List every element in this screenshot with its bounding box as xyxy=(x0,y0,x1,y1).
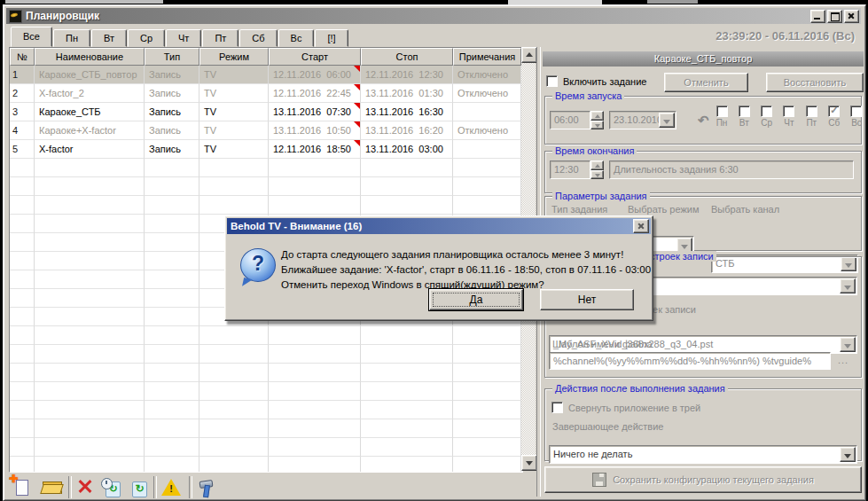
empty-table-row xyxy=(10,438,522,457)
weekday-checkbox-Вт[interactable] xyxy=(739,106,750,117)
yes-button[interactable]: Да xyxy=(429,289,523,310)
empty-cell xyxy=(269,457,361,473)
empty-table-row xyxy=(10,159,522,177)
save-config-button[interactable]: Сохранить конфигурацию текущего задания xyxy=(544,466,862,493)
cell-type: Запись xyxy=(145,103,199,121)
start-time-spin-icons[interactable] xyxy=(590,111,604,129)
table-row[interactable]: 2X-factor_2ЗаписьTV12.11.2016 22:4513.11… xyxy=(10,84,522,103)
tray-checkbox[interactable] xyxy=(551,402,563,413)
weekday-checkbox-Чт[interactable] xyxy=(783,106,794,117)
window-titlebar[interactable]: Планировщик xyxy=(6,8,861,24)
scroll-down-icon[interactable] xyxy=(521,455,537,471)
column-header[interactable]: Старт xyxy=(269,48,361,66)
empty-cell xyxy=(361,196,453,215)
toolbar-separator xyxy=(153,476,157,498)
empty-cell xyxy=(10,364,35,382)
column-header[interactable]: Стоп xyxy=(361,48,453,66)
empty-cell xyxy=(199,345,269,364)
warnings-icon[interactable]: ! xyxy=(161,478,181,497)
empty-cell xyxy=(199,196,269,215)
filename-template-field[interactable]: %channel%(%yy%%mm%%dd%-%hh%%nn%) %tvguid… xyxy=(549,352,831,370)
toolbar-separator xyxy=(189,476,192,498)
empty-cell xyxy=(35,177,145,196)
no-button[interactable]: Нет xyxy=(540,289,634,310)
undo-icon[interactable]: ↶ xyxy=(698,113,709,129)
start-time-value[interactable]: 06:00 xyxy=(550,111,590,129)
end-time-value[interactable]: 12:30 xyxy=(550,160,590,179)
enable-task-checkbox[interactable] xyxy=(546,75,558,87)
empty-cell xyxy=(453,419,521,438)
chevron-down-icon[interactable] xyxy=(659,113,675,128)
start-time-spinner[interactable]: 06:00 xyxy=(550,111,604,129)
save-config-label: Сохранить конфигурацию текущего задания xyxy=(613,474,814,485)
table-row[interactable]: 3Караоке_СТБЗаписьTV13.11.2016 07:3013.1… xyxy=(10,103,522,121)
tab-Вт[interactable]: Вт xyxy=(91,29,127,47)
cell-start: 12.11.2016 22:45 xyxy=(269,84,361,103)
empty-cell xyxy=(453,196,521,215)
table-row[interactable]: 4Караоке+X-factorЗаписьTV13.11.2016 10:5… xyxy=(10,121,522,140)
toolbar-separator xyxy=(68,476,72,498)
weekday-checkbox-Вс[interactable] xyxy=(850,106,862,117)
cell-stop: 12.11.2016 12:30 xyxy=(361,66,453,84)
maximize-button[interactable] xyxy=(827,10,842,23)
empty-cell xyxy=(10,326,35,345)
weekday-checkbox-Сб[interactable]: ✓ xyxy=(828,106,840,117)
delete-icon[interactable] xyxy=(76,478,94,497)
cell-name: Караоке_СТБ_повтор xyxy=(35,66,145,84)
cancel-button[interactable]: Отменить xyxy=(664,73,748,92)
tab-Вс[interactable]: Вс xyxy=(278,29,315,47)
empty-cell xyxy=(35,308,145,326)
minimize-button[interactable] xyxy=(810,10,825,23)
browse-button[interactable]: ... xyxy=(838,355,848,365)
column-header[interactable]: Тип xyxy=(145,48,199,66)
column-header[interactable]: Режим xyxy=(199,48,269,66)
table-row[interactable]: 1Караоке_СТБ_повторЗаписьTV12.11.2016 06… xyxy=(10,66,522,84)
tab-Пн[interactable]: Пн xyxy=(53,29,90,47)
weekday-checkbox-Пн[interactable] xyxy=(716,106,728,117)
restore-button[interactable]: Восстановить xyxy=(766,73,864,92)
empty-cell xyxy=(269,177,361,196)
weekday-checkbox-Ср[interactable] xyxy=(761,106,772,117)
cell-num: 5 xyxy=(10,140,35,159)
tools-icon[interactable] xyxy=(197,478,216,497)
empty-cell xyxy=(453,159,521,177)
weekday-checkbox-Пт[interactable] xyxy=(806,106,817,117)
column-header[interactable]: Примечания xyxy=(453,48,521,66)
dialog-message-line: Ближайшее задание: 'X-factor', старт в 0… xyxy=(281,262,651,278)
chevron-down-icon[interactable] xyxy=(840,447,856,462)
end-time-spinner[interactable]: 12:30 xyxy=(550,160,604,179)
column-header[interactable]: № xyxy=(10,48,35,66)
start-date-value: 23.10.2010 xyxy=(614,114,662,125)
start-date-combo[interactable]: 23.10.2010 xyxy=(609,111,676,129)
tab-[!][interactable]: [!] xyxy=(315,29,348,47)
empty-cell xyxy=(361,419,453,438)
empty-cell xyxy=(35,252,145,270)
tab-Чт[interactable]: Чт xyxy=(166,29,201,47)
open-icon[interactable] xyxy=(43,478,62,497)
empty-table-row xyxy=(10,364,522,382)
dialog-close-icon[interactable] xyxy=(633,219,649,233)
close-button[interactable] xyxy=(844,10,859,23)
tab-Все[interactable]: Все xyxy=(11,27,52,47)
table-row[interactable]: 5X-factorЗаписьTV12.11.2016 18:5013.11.2… xyxy=(10,140,522,159)
dialog-title: Behold TV - Внимание (16) xyxy=(227,221,362,231)
dialog-titlebar[interactable]: Behold TV - Внимание (16) xyxy=(227,218,651,234)
empty-cell xyxy=(199,177,269,196)
tab-Пт[interactable]: Пт xyxy=(202,29,239,47)
new-task-icon[interactable]: ✚ xyxy=(12,478,32,497)
refresh-recycle-icon[interactable]: ↻ xyxy=(129,478,147,497)
column-header[interactable]: Наименование xyxy=(35,48,145,66)
chevron-down-icon[interactable] xyxy=(840,278,856,294)
attention-dialog: Behold TV - Внимание (16) ? До старта сл… xyxy=(224,215,653,321)
end-time-spin-icons[interactable] xyxy=(590,160,604,179)
background-artifact xyxy=(5,0,163,4)
final-action-combo[interactable]: Ничего не делать xyxy=(549,445,857,464)
scroll-up-icon[interactable] xyxy=(521,47,537,63)
empty-cell xyxy=(269,159,361,177)
tab-Ср[interactable]: Ср xyxy=(128,29,165,47)
empty-cell xyxy=(199,382,269,401)
refresh-schedule-icon[interactable]: ↻ xyxy=(101,478,121,497)
chevron-down-icon[interactable] xyxy=(840,337,856,352)
tab-Сб[interactable]: Сб xyxy=(239,29,277,47)
empty-cell xyxy=(35,270,145,289)
